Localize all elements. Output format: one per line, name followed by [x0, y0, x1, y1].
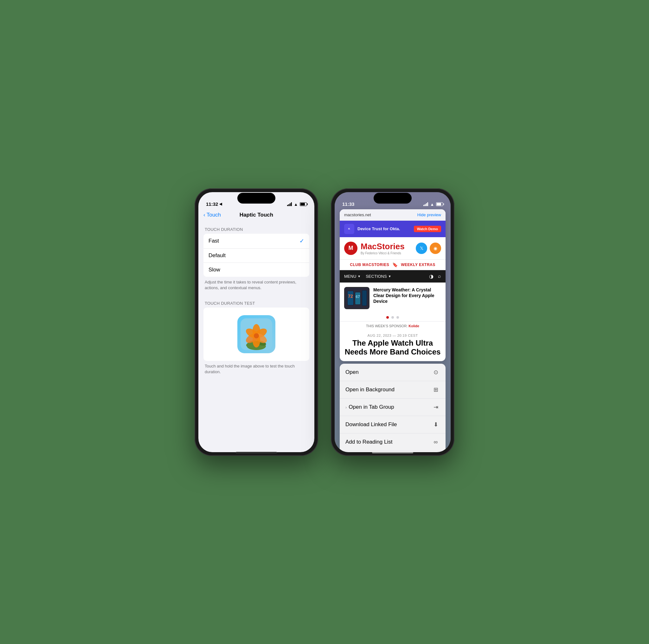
section-label-test: TOUCH DURATION TEST	[199, 296, 314, 308]
option-fast[interactable]: Fast ✓	[204, 234, 309, 249]
menu-tab-group-label: Open in Tab Group	[349, 404, 394, 410]
option-default-label: Default	[209, 252, 226, 259]
rss-button[interactable]: ◉	[430, 243, 441, 254]
home-bar-phone1	[236, 452, 277, 453]
option-fast-label: Fast	[209, 238, 219, 244]
social-icons: 𝕏 ◉	[416, 243, 441, 254]
watch-demo-button[interactable]: Watch Demo	[414, 226, 441, 232]
wifi-icon-phone1: ▲	[294, 202, 298, 207]
macstories-icon-letter: M	[349, 245, 353, 251]
status-time-phone2: 11:33	[342, 201, 354, 207]
menu-item-tab-group[interactable]: › Open in Tab Group ⇥	[340, 399, 445, 416]
signal-bars-phone1	[287, 202, 292, 206]
svg-point-10	[254, 333, 259, 338]
safari-url-text: macstories.net	[344, 212, 371, 217]
context-menu: Open ⊙ Open in Background ⊞ › Open in Ta…	[340, 364, 445, 452]
chevron-right-icon: ›	[345, 405, 347, 410]
nav-bar-phone1: ‹ Touch Haptic Touch	[199, 209, 314, 222]
svg-text:72: 72	[348, 294, 353, 299]
site-nav-strip: MENU ▼ SECTIONS ▼ ◑ ⌕	[340, 270, 445, 283]
menu-reading-list-label: Add to Reading List	[345, 439, 392, 445]
glasses-icon: ∞	[432, 438, 440, 446]
arrow-tab-icon: ⇥	[432, 403, 440, 411]
status-time-phone1: 11:32	[206, 201, 218, 207]
article-thumb-svg: 72 67	[345, 288, 369, 309]
sponsor-bar: THIS WEEK'S SPONSOR: Kolide	[340, 321, 445, 330]
article-date: AUG 22, 2023 — 20:19 CEST	[340, 330, 445, 339]
menu-label: MENU	[344, 274, 356, 279]
site-header: M MacStories By Federico Viticci & Frien…	[340, 237, 445, 259]
test-description: Touch and hold the image above to test t…	[199, 361, 314, 380]
dynamic-island-phone2	[374, 193, 412, 204]
nav-back-label: Touch	[207, 212, 221, 218]
option-slow[interactable]: Slow	[204, 263, 309, 277]
sections-label: SECTIONS	[366, 274, 387, 279]
option-default[interactable]: Default	[204, 249, 309, 263]
club-nav-bar: CLUB MACSTORIES 🔖 WEEKLY EXTRAS	[340, 259, 445, 270]
theme-icon[interactable]: ◑	[429, 273, 434, 279]
menu-item-reading-list[interactable]: Add to Reading List ∞	[340, 434, 445, 451]
dynamic-island	[237, 193, 275, 204]
flower-image[interactable]	[237, 315, 275, 353]
touch-duration-description: Adjust the time it takes to reveal conte…	[199, 277, 314, 296]
test-image-container[interactable]	[204, 308, 309, 361]
location-icon-phone1: ◀	[219, 202, 222, 206]
dot-1	[386, 316, 389, 319]
sections-item[interactable]: SECTIONS ▼	[366, 274, 391, 279]
nav-back-button[interactable]: ‹ Touch	[204, 212, 221, 218]
article-headline: The Apple Watch Ultra Needs More Band Ch…	[340, 339, 445, 361]
safari-preview-card: macstories.net Hide preview K Device Tru…	[340, 209, 445, 361]
safari-url-bar: macstories.net Hide preview	[340, 209, 445, 221]
article-title: Mercury Weather: A Crystal Clear Design …	[373, 287, 441, 305]
hide-preview-button[interactable]: Hide preview	[417, 212, 441, 217]
svg-rect-19	[362, 290, 366, 306]
phone-haptic-touch: 11:32 ◀ ▲ ‹ Touch Haptic Touch TOUCH D	[194, 188, 318, 456]
featured-article: 72 67 Mercury Weather: A Crystal Clear D…	[340, 283, 445, 314]
battery-icon-phone1	[300, 202, 307, 206]
plus-square-icon: ⊞	[432, 386, 440, 394]
menu-item-open-background[interactable]: Open in Background ⊞	[340, 381, 445, 399]
macstories-icon: M	[344, 242, 357, 255]
dot-3	[396, 316, 399, 319]
twitter-button[interactable]: 𝕏	[416, 243, 427, 254]
club-macstories-link[interactable]: CLUB MACSTORIES	[350, 263, 389, 267]
signal-bars-phone2	[423, 202, 428, 206]
menu-item-download[interactable]: Download Linked File ⬇	[340, 416, 445, 434]
chevron-left-icon: ‹	[204, 212, 205, 218]
kolide-logo: K	[344, 224, 354, 234]
download-icon: ⬇	[432, 420, 440, 429]
menu-item[interactable]: MENU ▼	[344, 274, 361, 279]
flower-svg	[241, 318, 272, 350]
checkmark-fast: ✓	[299, 238, 304, 244]
bookmark-icon: 🔖	[392, 262, 398, 267]
phone1-screen: 11:32 ◀ ▲ ‹ Touch Haptic Touch TOUCH D	[199, 192, 314, 452]
section-label-touch-duration: TOUCH DURATION	[199, 222, 314, 234]
menu-item-open[interactable]: Open ⊙	[340, 364, 445, 381]
carousel-dots	[340, 314, 445, 321]
search-icon[interactable]: ⌕	[438, 273, 441, 279]
site-tagline: By Federico Viticci & Friends	[361, 251, 405, 255]
dot-2	[391, 316, 394, 319]
menu-open-bg-label: Open in Background	[345, 387, 394, 393]
article-thumbnail: 72 67	[344, 287, 370, 309]
site-name: MacStories	[361, 242, 405, 251]
sections-chevron: ▼	[388, 275, 391, 278]
compass-icon: ⊙	[432, 368, 440, 376]
wifi-icon-phone2: ▲	[430, 202, 434, 207]
ad-banner: K Device Trust for Okta. Watch Demo	[340, 221, 445, 237]
touch-duration-options: Fast ✓ Default Slow	[204, 234, 309, 277]
page-title-haptic-touch: Haptic Touch	[240, 212, 273, 218]
sponsor-text: THIS WEEK'S SPONSOR:	[366, 324, 407, 328]
sponsor-link[interactable]: Kolide	[408, 324, 419, 328]
phone-safari: 11:33 ▲ macstories.net Hide preview	[331, 188, 455, 456]
kolide-logo-text: K	[348, 227, 350, 230]
phone2-screen: 11:33 ▲ macstories.net Hide preview	[335, 192, 450, 452]
menu-open-label: Open	[345, 369, 359, 375]
option-slow-label: Slow	[209, 267, 220, 273]
menu-item-copy-link[interactable]: Copy Link ⧉	[340, 451, 445, 452]
battery-icon-phone2	[436, 202, 443, 206]
nav-right-icons: ◑ ⌕	[429, 273, 441, 279]
weekly-extras-link[interactable]: WEEKLY EXTRAS	[401, 263, 435, 267]
menu-chevron: ▼	[357, 275, 361, 278]
menu-download-label: Download Linked File	[345, 421, 397, 428]
